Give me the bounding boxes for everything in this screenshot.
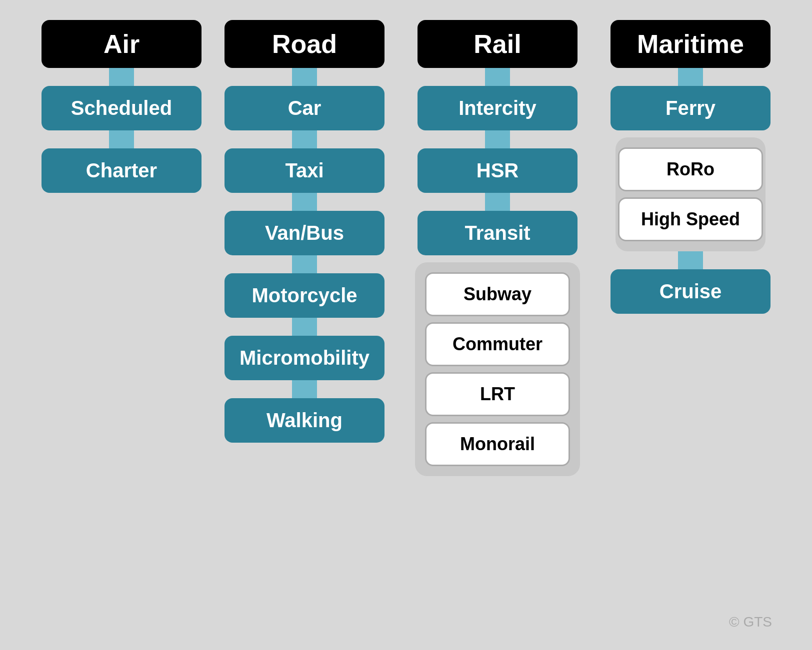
node-motorcycle: Motorcycle	[224, 273, 384, 318]
node-commuter: Commuter	[425, 322, 570, 366]
connector-rail-0	[485, 68, 510, 86]
node-cruise: Cruise	[610, 269, 770, 314]
node-roro: RoRo	[618, 147, 763, 191]
maritime-group: RoRo High Speed	[616, 137, 766, 251]
node-intercity: Intercity	[418, 86, 578, 130]
node-lrt: LRT	[425, 372, 570, 416]
node-scheduled: Scheduled	[42, 86, 202, 130]
connector-air-1	[109, 130, 134, 148]
column-road: Road Car Taxi Van/Bus Motorcycle Micromo…	[220, 20, 390, 443]
connector-maritime-1	[678, 251, 703, 269]
connector-road-5	[292, 380, 317, 398]
connector-road-3	[292, 255, 317, 273]
connector-road-0	[292, 68, 317, 86]
node-monorail: Monorail	[425, 422, 570, 466]
connector-rail-2	[485, 193, 510, 211]
node-transit: Transit	[418, 211, 578, 255]
node-hsr: HSR	[418, 148, 578, 193]
transit-group: Subway Commuter LRT Monorail	[415, 262, 580, 476]
diagram: Air Scheduled Charter Road Car Taxi Van/…	[0, 0, 812, 650]
node-charter: Charter	[42, 148, 202, 193]
column-air: Air Scheduled Charter	[36, 20, 206, 193]
node-walking: Walking	[224, 398, 384, 443]
header-maritime: Maritime	[610, 20, 770, 68]
header-rail: Rail	[418, 20, 578, 68]
header-air: Air	[42, 20, 202, 68]
connector-road-1	[292, 130, 317, 148]
node-vanbus: Van/Bus	[224, 211, 384, 255]
node-high-speed: High Speed	[618, 197, 763, 241]
connector-air-0	[109, 68, 134, 86]
connector-rail-1	[485, 130, 510, 148]
node-micromobility: Micromobility	[224, 336, 384, 380]
node-ferry: Ferry	[610, 86, 770, 130]
connector-road-4	[292, 318, 317, 336]
connector-road-2	[292, 193, 317, 211]
copyright-text: © GTS	[729, 614, 772, 630]
connector-maritime-0	[678, 68, 703, 86]
node-subway: Subway	[425, 272, 570, 316]
node-taxi: Taxi	[224, 148, 384, 193]
column-maritime: Maritime Ferry RoRo High Speed Cruise	[606, 20, 776, 314]
header-road: Road	[224, 20, 384, 68]
node-car: Car	[224, 86, 384, 130]
column-rail: Rail Intercity HSR Transit Subway Commut…	[402, 20, 592, 476]
